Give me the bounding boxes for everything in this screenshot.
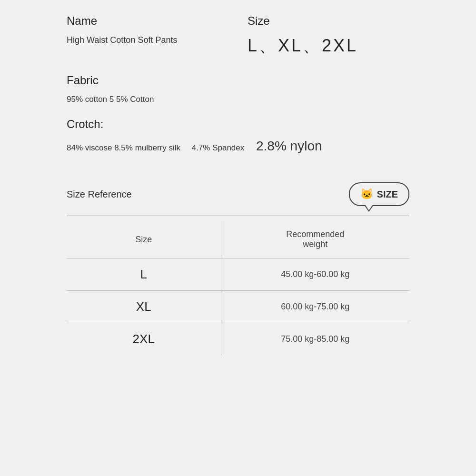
crotch-part3: 2.8% nylon bbox=[256, 139, 322, 153]
table-row: XL60.00 kg-75.00 kg bbox=[67, 291, 409, 323]
size-table: Size Recommendedweight L45.00 kg-60.00 k… bbox=[67, 221, 409, 355]
name-section: Name High Waist Cotton Soft Pants Size L… bbox=[67, 0, 409, 60]
size-label: Size bbox=[248, 14, 409, 28]
crotch-value: 84% viscose 8.5% mulberry silk 4.7% Span… bbox=[67, 139, 409, 154]
weight-cell: 75.00 kg-85.00 kg bbox=[221, 323, 409, 356]
size-right-col: Size L、XL、2XL bbox=[248, 14, 409, 58]
fabric-section: Fabric 95% cotton 5 5% Cotton bbox=[67, 74, 409, 104]
cat-icon: 🐱 bbox=[360, 188, 373, 200]
table-header-size: Size bbox=[67, 221, 221, 258]
name-left-col: Name High Waist Cotton Soft Pants bbox=[67, 14, 248, 60]
size-cell: L bbox=[67, 258, 221, 291]
crotch-part2: 4.7% Spandex bbox=[192, 143, 245, 152]
name-label: Name bbox=[67, 14, 248, 28]
table-row: L45.00 kg-60.00 kg bbox=[67, 258, 409, 291]
product-name: High Waist Cotton Soft Pants bbox=[67, 35, 248, 45]
crotch-label: Crotch: bbox=[67, 118, 409, 131]
crotch-section: Crotch: 84% viscose 8.5% mulberry silk 4… bbox=[67, 118, 409, 154]
weight-cell: 60.00 kg-75.00 kg bbox=[221, 291, 409, 323]
badge-tail bbox=[365, 205, 373, 210]
page-container: Name High Waist Cotton Soft Pants Size L… bbox=[0, 0, 476, 476]
size-reference-section: Size Reference 🐱 SIZE bbox=[67, 182, 409, 206]
fabric-label: Fabric bbox=[67, 74, 409, 87]
size-cell: 2XL bbox=[67, 323, 221, 356]
weight-cell: 45.00 kg-60.00 kg bbox=[221, 258, 409, 291]
size-badge: 🐱 SIZE bbox=[349, 182, 409, 206]
table-header-weight: Recommendedweight bbox=[221, 221, 409, 258]
divider-line bbox=[67, 216, 409, 216]
size-reference-label: Size Reference bbox=[67, 189, 132, 200]
sizes-display: L、XL、2XL bbox=[248, 34, 409, 58]
size-cell: XL bbox=[67, 291, 221, 323]
table-row: 2XL75.00 kg-85.00 kg bbox=[67, 323, 409, 356]
crotch-part1: 84% viscose 8.5% mulberry silk bbox=[67, 143, 180, 152]
size-badge-text: SIZE bbox=[377, 189, 398, 200]
fabric-value: 95% cotton 5 5% Cotton bbox=[67, 95, 409, 104]
